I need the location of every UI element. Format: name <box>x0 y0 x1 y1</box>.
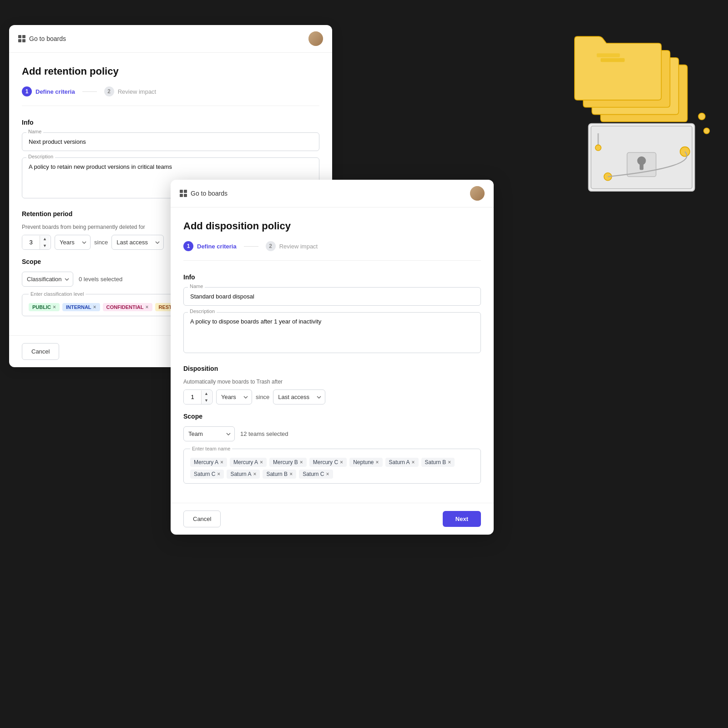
retention-name-label: Name <box>26 129 43 134</box>
svg-rect-4 <box>640 163 643 170</box>
retention-since-select[interactable]: Last access Creation date <box>111 235 164 250</box>
team-tag-saturn-b1-remove[interactable]: × <box>448 460 451 465</box>
disposition-name-label: Name <box>188 283 205 289</box>
disp-step1-num: 1 <box>183 241 193 251</box>
disposition-next-button[interactable]: Next <box>443 511 481 527</box>
retention-name-input[interactable] <box>22 132 319 151</box>
team-tag-saturn-c2: Saturn C × <box>299 470 333 479</box>
tag-confidential-label: CONFIDENTIAL <box>106 304 144 310</box>
team-tag-saturn-b1: Saturn B × <box>421 458 455 467</box>
retention-step-2: 2 Review impact <box>104 86 157 96</box>
team-tag-saturn-c-row2: Saturn C × <box>190 470 224 479</box>
disposition-nav-label: Go to boards <box>191 190 228 197</box>
disposition-scope-section: Scope Team Classification 12 teams selec… <box>183 413 481 484</box>
disposition-scope-label: Scope <box>183 413 481 420</box>
disposition-since-select[interactable]: Last access Creation date <box>273 389 325 404</box>
retention-num-field[interactable] <box>22 235 40 249</box>
retention-nav-label: Go to boards <box>29 35 66 42</box>
team-tag-neptune-remove[interactable]: × <box>376 460 379 465</box>
disposition-team-field: Enter team name Mercury A × Mercury A × … <box>183 446 481 484</box>
team-tag-saturn-a2: Saturn A × <box>227 470 260 479</box>
retention-spin-up[interactable]: ▲ <box>40 236 50 243</box>
avatar-image <box>308 31 323 46</box>
disposition-period-label: Disposition <box>183 365 481 372</box>
disposition-policy-panel: Go to boards Add disposition policy 1 De… <box>171 180 494 535</box>
retention-steps: 1 Define criteria 2 Review impact <box>22 86 319 106</box>
tag-public-label: PUBLIC <box>32 304 51 310</box>
disposition-scope-row: Team Classification 12 teams selected <box>183 426 481 441</box>
disposition-avatar <box>470 186 485 201</box>
disposition-grid-icon <box>180 190 187 197</box>
retention-field-legend: Enter classification level <box>29 291 86 297</box>
disposition-footer: Cancel Next <box>171 503 494 535</box>
team-tag-mercury-a1-remove[interactable]: × <box>220 460 223 465</box>
disposition-steps: 1 Define criteria 2 Review impact <box>183 241 481 261</box>
tag-internal-remove[interactable]: × <box>93 304 96 310</box>
team-tag-saturn-a2-remove[interactable]: × <box>253 471 256 477</box>
disp-step-divider <box>244 246 258 247</box>
disposition-spin-up[interactable]: ▲ <box>202 390 211 397</box>
disposition-period-section: Disposition Automatically move boards to… <box>183 365 481 404</box>
retention-spin-down[interactable]: ▼ <box>40 243 50 249</box>
team-tag-mercury-a1-label: Mercury A <box>194 459 218 465</box>
disposition-content: Add disposition policy 1 Define criteria… <box>171 207 494 503</box>
tag-confidential: CONFIDENTIAL × <box>103 303 152 311</box>
disposition-title: Add disposition policy <box>183 220 481 232</box>
disposition-period-row: ▲ ▼ Years Months Weeks Days since Last a… <box>183 389 481 404</box>
team-tag-mercury-b-label: Mercury B <box>273 459 298 465</box>
svg-rect-8 <box>597 53 620 57</box>
illustration <box>560 27 723 200</box>
disposition-desc-group: Description A policy to dispose boards a… <box>183 312 481 355</box>
step1-num: 1 <box>22 86 32 96</box>
retention-nav[interactable]: Go to boards <box>18 35 66 42</box>
disposition-cancel-button[interactable]: Cancel <box>183 511 221 527</box>
disposition-since-label: since <box>256 394 269 400</box>
team-tag-mercury-b: Mercury B × <box>269 458 307 467</box>
grid-icon <box>18 35 25 42</box>
retention-cancel-button[interactable]: Cancel <box>22 343 59 360</box>
step1-label: Define criteria <box>35 88 75 95</box>
team-tag-mercury-a2-remove[interactable]: × <box>260 460 263 465</box>
retention-unit-select[interactable]: Years Months Weeks Days <box>55 235 91 250</box>
team-tag-saturn-c-row2-remove[interactable]: × <box>217 471 220 477</box>
disposition-nav[interactable]: Go to boards <box>180 190 228 197</box>
team-tag-mercury-c-remove[interactable]: × <box>340 460 343 465</box>
retention-since-label: since <box>94 239 108 246</box>
team-tag-saturn-a2-label: Saturn A <box>230 471 251 477</box>
disposition-avatar-image <box>470 186 485 201</box>
team-tag-saturn-b1-label: Saturn B <box>425 459 446 465</box>
disposition-info-section: Name Description A policy to dispose boa… <box>183 287 481 355</box>
disposition-scope-count: 12 teams selected <box>240 430 288 437</box>
disposition-spin-down[interactable]: ▼ <box>202 397 211 404</box>
disposition-spinners: ▲ ▼ <box>201 390 211 404</box>
team-tag-mercury-c: Mercury C × <box>309 458 347 467</box>
tag-confidential-remove[interactable]: × <box>145 304 148 310</box>
disposition-unit-select[interactable]: Years Months Weeks Days <box>216 389 252 404</box>
disposition-scope-type-select[interactable]: Team Classification <box>183 426 235 441</box>
retention-scope-count: 0 levels selected <box>79 276 122 283</box>
retention-step-1: 1 Define criteria <box>22 86 75 96</box>
team-tag-saturn-a1-remove[interactable]: × <box>412 460 415 465</box>
step2-num: 2 <box>104 86 114 96</box>
team-tag-saturn-c2-remove[interactable]: × <box>326 471 329 477</box>
disposition-number-input[interactable]: ▲ ▼ <box>183 389 212 404</box>
svg-point-11 <box>595 145 601 151</box>
disposition-info-label: Info <box>183 273 481 281</box>
team-tag-mercury-b-remove[interactable]: × <box>300 460 303 465</box>
disposition-panel-header: Go to boards <box>171 180 494 207</box>
disposition-num-field[interactable] <box>184 390 201 404</box>
svg-rect-7 <box>601 58 625 62</box>
team-tag-saturn-c-row2-label: Saturn C <box>194 471 215 477</box>
tag-public-remove[interactable]: × <box>53 304 56 310</box>
team-tag-mercury-a2: Mercury A × <box>230 458 267 467</box>
retention-scope-type-select[interactable]: Classification Team <box>22 272 73 287</box>
team-tag-neptune: Neptune × <box>349 458 382 467</box>
disp-step2-label: Review impact <box>279 243 318 250</box>
team-tag-mercury-a2-label: Mercury A <box>233 459 258 465</box>
team-tag-saturn-b2-remove[interactable]: × <box>289 471 293 477</box>
step2-label: Review impact <box>118 88 157 95</box>
disposition-name-input[interactable] <box>183 287 481 306</box>
disposition-desc-input[interactable]: A policy to dispose boards after 1 year … <box>183 312 481 353</box>
step-divider <box>82 91 97 92</box>
retention-number-input[interactable]: ▲ ▼ <box>22 235 51 250</box>
